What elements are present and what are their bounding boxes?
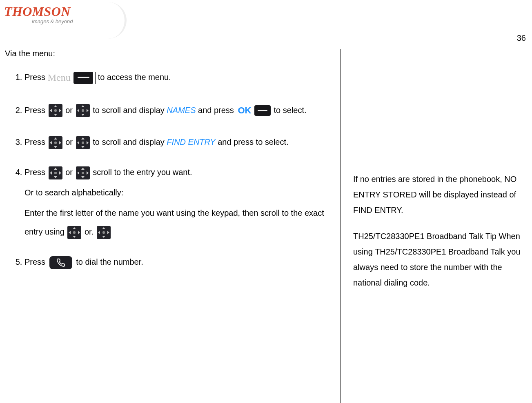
- nav-pad-icon: [76, 104, 90, 117]
- note-no-entry: If no entries are stored in the phoneboo…: [353, 171, 529, 218]
- step-text: and press to select.: [216, 137, 289, 146]
- step-text: or: [63, 106, 75, 115]
- step-text: Enter the first letter of the name you w…: [24, 204, 330, 241]
- page-content: Via the menu: Press Menu to access the m…: [0, 33, 532, 403]
- note-broadband-tip: TH25/TC28330PE1 Broadband Talk Tip When …: [353, 228, 529, 290]
- nav-pad-icon: [49, 166, 62, 179]
- step-text: to scroll and display: [91, 106, 167, 115]
- brand-tagline: images & beyond: [32, 18, 73, 24]
- step-text: or: [63, 137, 75, 146]
- softkey-button-icon: [254, 105, 271, 116]
- page-header: THOMSON images & beyond: [0, 0, 532, 33]
- menu-option-find-entry: FIND ENTRY: [167, 137, 215, 146]
- step-1: Press Menu to access the menu.: [24, 66, 330, 89]
- step-text: scroll to the entry you want.: [91, 168, 192, 177]
- step-3: Press or to scroll and display FIND ENTR…: [24, 133, 330, 151]
- step-text: Press: [24, 73, 48, 82]
- step-text: Press: [24, 137, 48, 146]
- notes-column: If no entries are stored in the phoneboo…: [341, 49, 529, 403]
- step-text: to dial the number.: [74, 257, 143, 266]
- brand-logo: THOMSON images & beyond: [4, 4, 73, 24]
- intro-text: Via the menu:: [5, 49, 330, 58]
- brand-name: THOMSON: [4, 4, 73, 19]
- step-text: Press: [24, 257, 48, 266]
- nav-pad-icon: [97, 226, 111, 239]
- step-text: to scroll and display: [91, 137, 167, 146]
- step-5: Press to dial the number.: [24, 252, 330, 271]
- step-list: Press Menu to access the menu. Press or …: [5, 66, 330, 271]
- step-text: Press: [24, 106, 48, 115]
- step-2: Press or to scroll and display NAMES and…: [24, 100, 330, 121]
- nav-pad-icon: [67, 226, 81, 239]
- step-text-fragment: or.: [82, 227, 96, 236]
- page-number: 36: [517, 33, 526, 43]
- nav-pad-icon: [49, 136, 62, 149]
- nav-pad-icon: [49, 104, 62, 117]
- nav-pad-icon: [76, 166, 90, 179]
- nav-pad-icon: [76, 136, 90, 149]
- phone-handset-icon: [49, 256, 72, 269]
- step-text: Or to search alphabetically:: [24, 183, 330, 202]
- instructions-column: Via the menu: Press Menu to access the m…: [0, 49, 341, 403]
- step-text: to access the menu.: [96, 73, 171, 82]
- ok-label: OK: [238, 105, 251, 115]
- softkey-button-icon: [73, 72, 93, 84]
- step-4: Press or scroll to the entry you want. O…: [24, 163, 330, 241]
- menu-label: Menu: [48, 72, 71, 83]
- step-text: to select.: [274, 106, 307, 115]
- step-text: or: [63, 168, 75, 177]
- step-text: Press: [24, 168, 48, 177]
- menu-option-names: NAMES: [167, 106, 196, 115]
- step-text: and press: [196, 106, 236, 115]
